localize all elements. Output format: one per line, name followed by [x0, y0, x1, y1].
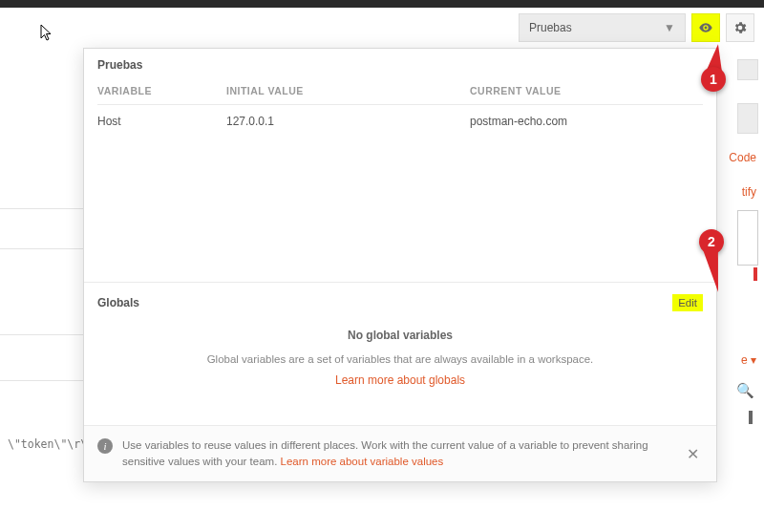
eye-icon — [698, 20, 713, 35]
chevron-down-icon: ▼ — [664, 21, 675, 34]
close-tip-button[interactable]: ✕ — [683, 440, 703, 466]
background-code-link: Code — [729, 151, 756, 164]
background-code-snippet: \"token\"\r\n — [8, 437, 94, 451]
background-dropdown-fragment — [737, 59, 758, 80]
background-divider — [0, 334, 84, 335]
column-header-current: CURRENT VALUE — [470, 85, 703, 96]
background-text-fragment: tify — [742, 185, 756, 199]
globals-empty-title: No global variables — [97, 329, 703, 342]
top-app-bar — [0, 0, 764, 8]
learn-variable-values-link[interactable]: Learn more about variable values — [281, 456, 444, 467]
variables-header-row: VARIABLE INITIAL VALUE CURRENT VALUE — [97, 81, 703, 105]
environment-title: Pruebas — [97, 58, 703, 72]
environment-selector[interactable]: Pruebas ▼ — [519, 13, 686, 42]
environment-section: Pruebas VARIABLE INITIAL VALUE CURRENT V… — [84, 49, 716, 283]
learn-globals-link[interactable]: Learn more about globals — [335, 373, 465, 387]
gear-icon — [732, 20, 748, 35]
globals-section: Globals Edit No global variables Global … — [84, 283, 716, 425]
background-error-mark — [753, 267, 757, 281]
column-header-initial: INITIAL VALUE — [226, 85, 470, 96]
background-box — [737, 210, 758, 266]
background-divider — [0, 248, 84, 249]
variable-current-value: postman-echo.com — [470, 115, 703, 128]
manage-environments-button[interactable] — [726, 13, 754, 42]
tip-text: Use variables to reuse values in differe… — [122, 437, 703, 471]
edit-globals-button[interactable]: Edit — [672, 294, 703, 311]
background-scrollbar-fragment — [749, 411, 753, 424]
background-divider — [0, 208, 84, 209]
variable-row: Host 127.0.0.1 postman-echo.com — [97, 105, 703, 138]
globals-empty-state: No global variables Global variables are… — [97, 329, 703, 387]
environment-selected-label: Pruebas — [529, 21, 572, 34]
globals-title: Globals — [97, 296, 139, 309]
globals-empty-description: Global variables are a set of variables … — [200, 351, 601, 368]
search-icon: 🔍 — [736, 382, 754, 399]
variable-name: Host — [97, 115, 226, 128]
environment-quicklook-panel: Pruebas VARIABLE INITIAL VALUE CURRENT V… — [83, 48, 717, 482]
background-divider — [0, 380, 84, 381]
variables-tip-footer: i Use variables to reuse values in diffe… — [84, 425, 716, 482]
cursor-icon — [40, 24, 55, 43]
variable-initial-value: 127.0.0.1 — [226, 115, 470, 128]
info-icon: i — [97, 438, 113, 454]
column-header-variable: VARIABLE — [97, 85, 226, 96]
background-dropdown-fragment — [737, 103, 758, 134]
background-save-dropdown-fragment: e ▾ — [741, 353, 756, 367]
environment-quicklook-button[interactable] — [691, 13, 720, 42]
